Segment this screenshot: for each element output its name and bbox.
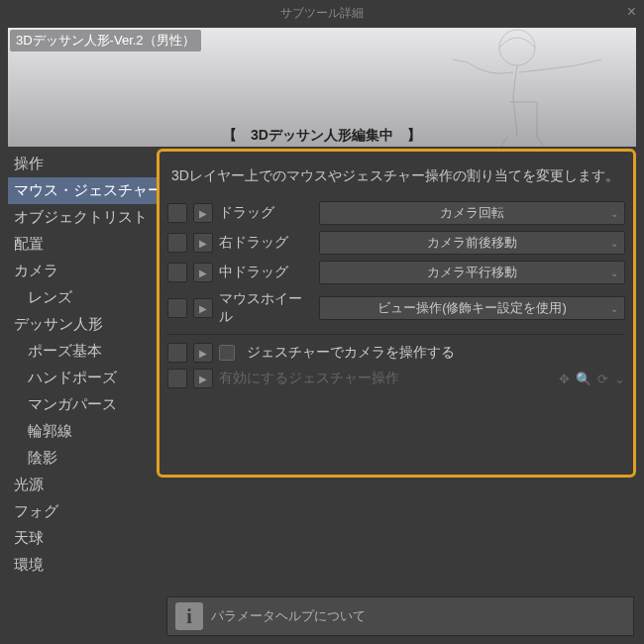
preview-area: 3Dデッサン人形-Ver.2（男性） 【 3Dデッサン人形編集中 】 (8, 28, 636, 147)
chevron-down-icon: ⌄ (610, 208, 618, 219)
row-dropdown[interactable]: カメラ前後移動⌄ (319, 231, 625, 255)
param-play-button[interactable]: ▶ (193, 263, 213, 282)
help-text: パラメータヘルプについて (211, 607, 366, 625)
row-dropdown[interactable]: ビュー操作(修飾キー設定を使用)⌄ (319, 296, 625, 320)
param-toggle-button[interactable] (167, 343, 187, 363)
sidebar-item[interactable]: 天球 (8, 525, 157, 552)
sidebar-item[interactable]: オブジェクトリスト (8, 204, 157, 231)
sidebar-item[interactable]: マウス・ジェスチャー (8, 177, 157, 204)
help-box[interactable]: i パラメータヘルプについて (166, 596, 634, 636)
param-play-button[interactable]: ▶ (193, 298, 213, 318)
svg-point-0 (499, 30, 535, 65)
sidebar-item[interactable]: 陰影 (8, 445, 157, 472)
settings-panel: 3Dレイヤー上でのマウスやジェスチャー操作の割り当てを変更します。 ▶ドラッグカ… (157, 149, 636, 478)
close-icon[interactable]: × (627, 3, 636, 21)
sidebar-item[interactable]: ハンドポーズ (8, 365, 157, 391)
param-toggle-button[interactable] (167, 369, 187, 388)
param-play-button[interactable]: ▶ (193, 203, 213, 223)
info-icon: i (175, 602, 203, 630)
sidebar-item[interactable]: 輪郭線 (8, 418, 157, 445)
param-toggle-button[interactable] (167, 298, 187, 318)
sidebar-item[interactable]: 配置 (8, 231, 157, 258)
param-toggle-button[interactable] (167, 233, 187, 253)
param-toggle-button[interactable] (167, 263, 187, 282)
gesture-camera-checkbox[interactable] (219, 345, 235, 361)
rotate-icon[interactable]: ⟳ (597, 372, 608, 386)
gesture-ops-label: 有効にするジェスチャー操作 (219, 370, 399, 387)
move-icon[interactable]: ✥ (559, 372, 570, 386)
zoom-icon[interactable]: 🔍 (576, 372, 591, 386)
sidebar-item[interactable]: デッサン人形 (8, 311, 157, 338)
param-play-button[interactable]: ▶ (193, 233, 213, 253)
chevron-down-icon: ⌄ (610, 303, 618, 314)
tool-name-badge: 3Dデッサン人形-Ver.2（男性） (10, 30, 201, 52)
row-label: 中ドラッグ (219, 264, 313, 281)
chevron-down-icon: ⌄ (610, 268, 618, 278)
row-dropdown[interactable]: カメラ平行移動⌄ (319, 261, 625, 284)
row-dropdown[interactable]: カメラ回転⌄ (319, 201, 625, 225)
chevron-down-icon: ⌄ (610, 238, 618, 249)
titlebar: サブツール詳細 × (0, 0, 644, 26)
row-label: マウスホイール (219, 290, 313, 326)
panel-description: 3Dレイヤー上でのマウスやジェスチャー操作の割り当てを変更します。 (167, 163, 625, 201)
row-label: ドラッグ (219, 204, 313, 222)
sidebar-item[interactable]: 環境 (8, 552, 157, 579)
param-play-button[interactable]: ▶ (193, 343, 213, 363)
sidebar-item[interactable]: ポーズ基本 (8, 338, 157, 365)
param-play-button[interactable]: ▶ (193, 369, 213, 388)
gesture-icons-group: ✥ 🔍 ⟳ ⌄ (559, 372, 625, 386)
chevron-down-icon[interactable]: ⌄ (614, 372, 625, 386)
edit-mode-banner: 【 3Dデッサン人形編集中 】 (8, 127, 636, 145)
category-sidebar: 操作マウス・ジェスチャーオブジェクトリスト配置カメラレンズデッサン人形ポーズ基本… (8, 147, 157, 644)
param-toggle-button[interactable] (167, 203, 187, 223)
sidebar-item[interactable]: マンガパース (8, 391, 157, 418)
sidebar-item[interactable]: レンズ (8, 284, 157, 311)
row-label: 右ドラッグ (219, 234, 313, 252)
sidebar-item[interactable]: 操作 (8, 151, 157, 177)
gesture-checkbox-label: ジェスチャーでカメラを操作する (247, 344, 455, 362)
sidebar-item[interactable]: フォグ (8, 498, 157, 525)
window-title: サブツール詳細 (280, 5, 364, 22)
sidebar-item[interactable]: 光源 (8, 472, 157, 498)
sidebar-item[interactable]: カメラ (8, 258, 157, 284)
